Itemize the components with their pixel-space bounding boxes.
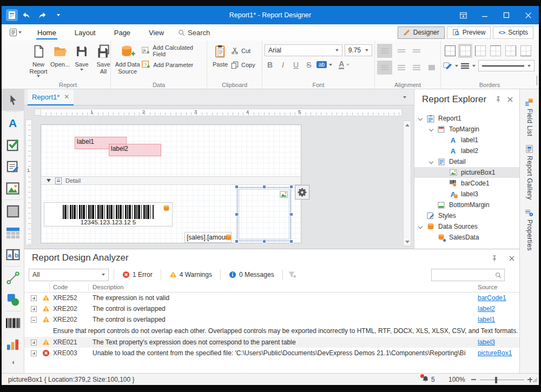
minimize-icon[interactable]	[474, 8, 496, 23]
preview-mode-button[interactable]: Preview	[447, 26, 491, 39]
tree-node-label3[interactable]: A label3	[414, 189, 519, 200]
close-panel-icon[interactable]	[506, 253, 518, 264]
undo-icon[interactable]	[18, 9, 34, 22]
line-style-combo[interactable]	[478, 60, 535, 71]
picturebox1-control[interactable]	[237, 187, 291, 241]
resize-handle[interactable]	[235, 240, 239, 243]
add-data-source-button[interactable]: Add Data Source	[113, 42, 142, 80]
cut-button[interactable]: Cut	[231, 45, 255, 56]
band-collapse-icon[interactable]	[47, 179, 51, 182]
border-color-icon[interactable]	[443, 62, 452, 70]
tab-layout[interactable]: Layout	[69, 26, 101, 39]
maximize-icon[interactable]	[496, 8, 517, 23]
tab-list-dropdown-icon[interactable]	[403, 96, 406, 98]
resize-handle[interactable]	[289, 185, 293, 189]
analyzer-search-box[interactable]	[431, 269, 505, 281]
new-report-button[interactable]: New Report	[28, 42, 49, 80]
search-input[interactable]	[434, 271, 495, 279]
designer-mode-button[interactable]: Designer	[398, 26, 445, 39]
expand-icon[interactable]	[31, 350, 37, 356]
label2-control[interactable]: label2	[109, 144, 161, 156]
source-link[interactable]: label1	[478, 316, 495, 323]
add-calculated-field-button[interactable]: fx Add Calculated Field	[142, 45, 204, 56]
error-count-button[interactable]: 1 Error	[119, 271, 156, 278]
highlight-color-button[interactable]: ab	[316, 61, 327, 68]
report-page[interactable]: label1 label2 Detail 12345.123.123.12 5	[41, 124, 301, 243]
ribbon-display-options-icon[interactable]	[452, 8, 474, 23]
align-bottom-button[interactable]	[411, 45, 423, 56]
border-color-dropdown-icon[interactable]	[455, 65, 458, 67]
toolbox-scroll-up-icon[interactable]	[2, 355, 24, 369]
pin-icon[interactable]	[489, 253, 500, 264]
resize-handle[interactable]	[289, 240, 293, 243]
tree-node-topmargin[interactable]: TopMargin	[414, 124, 519, 135]
tool-picture[interactable]	[2, 177, 24, 199]
underline-button[interactable]: U	[291, 61, 301, 69]
source-link[interactable]: barCode1	[478, 294, 506, 302]
tab-report-gallery[interactable]: Report Gallery	[525, 145, 533, 200]
close-panel-icon[interactable]	[504, 94, 516, 105]
expand-icon[interactable]	[429, 160, 433, 164]
expand-icon[interactable]	[418, 116, 423, 121]
tab-properties[interactable]: Properties	[525, 209, 533, 251]
expand-icon[interactable]	[31, 306, 37, 312]
tool-richtext[interactable]	[2, 156, 24, 177]
source-link[interactable]: label2	[478, 305, 495, 313]
source-link[interactable]: pictureBox1	[478, 349, 512, 357]
expand-icon[interactable]	[31, 340, 37, 346]
align-top-button[interactable]	[377, 44, 392, 58]
tree-node-bottommargin[interactable]: BottomMargin	[414, 200, 519, 210]
detail-band-header[interactable]: Detail	[41, 176, 301, 185]
analyzer-row[interactable]: XRE202 The control is overlapped label1	[24, 314, 519, 325]
tool-chart[interactable]	[2, 334, 24, 355]
border-none-button[interactable]	[458, 44, 472, 58]
font-size-combo[interactable]: 9.75	[345, 44, 372, 56]
tree-node-label2[interactable]: A label2	[414, 145, 519, 156]
ribbon-collapse-icon[interactable]	[537, 76, 537, 85]
tool-pointer[interactable]	[2, 89, 24, 111]
expand-icon[interactable]	[31, 295, 37, 301]
column-header-description[interactable]: Description	[93, 284, 124, 290]
tree-node-salesdata[interactable]: SalesData	[414, 232, 519, 243]
warning-count-button[interactable]: 4 Warnings	[166, 271, 215, 278]
border-top-button[interactable]	[489, 44, 503, 58]
resize-handle[interactable]	[262, 240, 266, 243]
tab-close-icon[interactable]: ✕	[64, 93, 69, 101]
align-right-button[interactable]	[411, 62, 423, 73]
tool-line[interactable]	[2, 267, 24, 289]
document-tab-report1[interactable]: Report1* ✕	[28, 89, 74, 105]
tool-character-comb[interactable]: ab	[2, 244, 24, 265]
tree-node-barcode1[interactable]: barCode1	[414, 178, 519, 189]
tab-page[interactable]: Page	[109, 26, 136, 39]
resize-handle[interactable]	[235, 185, 239, 189]
paste-button[interactable]: Paste	[209, 42, 231, 80]
collapse-icon[interactable]	[31, 317, 37, 323]
tab-view[interactable]: View	[143, 26, 169, 39]
app-icon[interactable]	[6, 9, 18, 21]
label3-control[interactable]: [sales].[amoun	[184, 232, 232, 243]
zoom-slider[interactable]	[480, 380, 524, 381]
source-link[interactable]: label3	[478, 338, 495, 346]
zoom-slider-thumb[interactable]	[495, 377, 497, 383]
add-parameter-button[interactable]: ? Add Parameter	[142, 59, 204, 70]
redo-icon[interactable]	[34, 9, 50, 22]
zoom-in-icon[interactable]	[527, 377, 533, 382]
tool-barcode[interactable]	[2, 312, 24, 334]
italic-button[interactable]: I	[278, 61, 288, 69]
scripts-mode-button[interactable]: <> Scripts	[493, 26, 533, 39]
tree-node-label1[interactable]: A label1	[414, 135, 519, 145]
tree-node-report1[interactable]: Report1	[414, 113, 519, 124]
tool-label[interactable]: A	[2, 112, 24, 134]
align-justify-button[interactable]	[426, 62, 438, 73]
tool-checkbox[interactable]	[2, 134, 24, 156]
line-weight-dropdown-icon[interactable]	[472, 65, 476, 67]
tool-table[interactable]	[2, 222, 24, 244]
font-color-dropdown-icon[interactable]	[346, 64, 349, 66]
border-all-button[interactable]	[443, 44, 457, 58]
line-weight-icon[interactable]	[461, 63, 470, 69]
severity-filter-combo[interactable]: All	[29, 269, 109, 281]
tree-node-styles[interactable]: Styles	[414, 210, 519, 221]
font-color-button[interactable]: A	[339, 60, 344, 69]
copy-button[interactable]: Copy	[231, 59, 255, 70]
save-button[interactable]: Save	[71, 42, 93, 80]
